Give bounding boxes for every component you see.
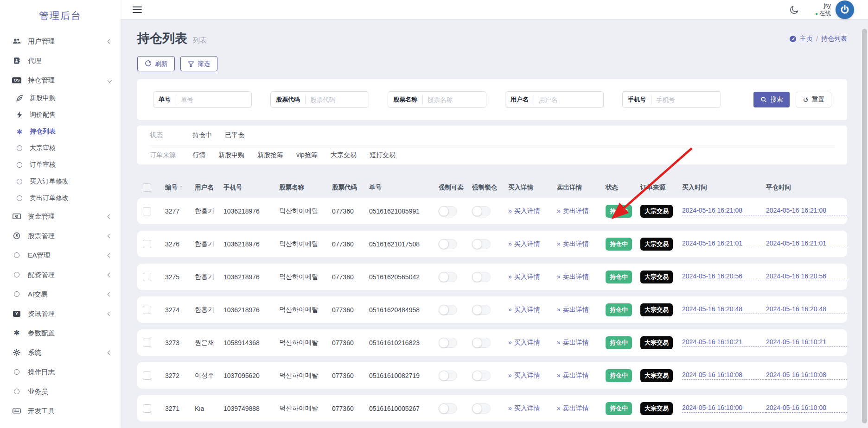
- quick-option-短打交易[interactable]: 短打交易: [370, 151, 396, 159]
- breadcrumb-home[interactable]: 主页: [800, 35, 813, 43]
- force-sell-toggle[interactable]: [439, 206, 457, 216]
- force-lock-toggle[interactable]: [472, 239, 491, 249]
- quick-option-新股抢筹[interactable]: 新股抢筹: [257, 151, 283, 159]
- cell-close-time[interactable]: 2024-05-16 16:10:21: [766, 338, 847, 347]
- force-sell-toggle[interactable]: [439, 305, 457, 315]
- sell-detail-link[interactable]: »卖出详情: [557, 306, 606, 314]
- buy-detail-link[interactable]: »买入详情: [508, 240, 557, 248]
- force-lock-toggle[interactable]: [472, 305, 491, 315]
- force-lock-toggle[interactable]: [472, 206, 491, 216]
- sidebar-item-系统[interactable]: 系统: [0, 343, 121, 362]
- force-sell-toggle[interactable]: [439, 239, 457, 249]
- sidebar-item-开发工具[interactable]: 开发工具: [0, 401, 121, 421]
- filter-input-手机号[interactable]: [651, 92, 721, 107]
- sidebar-item-新股申购[interactable]: 新股申购: [0, 90, 121, 107]
- sidebar-item-资讯管理[interactable]: Y资讯管理: [0, 304, 121, 323]
- sidebar-item-卖出订单修改[interactable]: 卖出订单修改: [0, 190, 121, 207]
- quick-option-vip抢筹[interactable]: vip抢筹: [296, 151, 318, 159]
- buy-detail-link[interactable]: »买入详情: [508, 306, 557, 314]
- sidebar-item-询价配售[interactable]: 询价配售: [0, 107, 121, 123]
- search-button[interactable]: 搜索: [753, 92, 790, 107]
- sidebar-item-参数配置[interactable]: ✱参数配置: [0, 323, 121, 343]
- sidebar-item-AI交易[interactable]: AI交易: [0, 284, 121, 304]
- cell-buy-time[interactable]: 2024-05-16 16:21:01: [682, 239, 766, 248]
- sidebar-item-配资管理[interactable]: 配资管理: [0, 265, 121, 284]
- row-checkbox[interactable]: [143, 273, 151, 281]
- filter-input-用户名[interactable]: [534, 92, 603, 107]
- force-lock-toggle[interactable]: [472, 338, 491, 348]
- sidebar-item-股票管理[interactable]: 5股票管理: [0, 226, 121, 245]
- refresh-button[interactable]: 刷新: [137, 56, 175, 71]
- cell-buy-time[interactable]: 2024-05-16 16:10:00: [682, 404, 766, 413]
- buy-detail-link[interactable]: »买入详情: [508, 207, 557, 215]
- force-sell-toggle[interactable]: [439, 403, 457, 414]
- row-checkbox[interactable]: [143, 371, 151, 380]
- sell-detail-link[interactable]: »卖出详情: [557, 371, 606, 380]
- filter-button[interactable]: 筛选: [180, 56, 217, 71]
- quick-option-新股申购[interactable]: 新股申购: [218, 151, 244, 159]
- column-header-股票名称[interactable]: 股票名称: [279, 183, 332, 192]
- row-checkbox[interactable]: [143, 339, 151, 347]
- column-header-状态[interactable]: 状态: [606, 183, 640, 192]
- force-lock-toggle[interactable]: [472, 272, 491, 282]
- sidebar-item-持仓列表[interactable]: ✱持仓列表: [0, 123, 121, 140]
- sell-detail-link[interactable]: »卖出详情: [557, 207, 606, 215]
- quick-option-行情[interactable]: 行情: [192, 151, 205, 159]
- sidebar-item-买入订单修改[interactable]: 买入订单修改: [0, 173, 121, 190]
- column-header-编号[interactable]: 编号↑: [165, 183, 195, 192]
- filter-input-单号[interactable]: [176, 92, 251, 107]
- column-header-订单来源[interactable]: 订单来源: [640, 183, 682, 192]
- reset-button[interactable]: ↺ 重置: [796, 92, 831, 107]
- sidebar-item-EA管理[interactable]: EA管理: [0, 245, 121, 265]
- moon-icon[interactable]: [789, 5, 799, 15]
- sell-detail-link[interactable]: »卖出详情: [557, 404, 606, 413]
- column-header-手机号[interactable]: 手机号: [223, 183, 279, 192]
- force-sell-toggle[interactable]: [439, 371, 457, 381]
- sell-detail-link[interactable]: »卖出详情: [557, 273, 606, 281]
- cell-buy-time[interactable]: 2024-05-16 16:21:08: [682, 207, 766, 215]
- sidebar-item-持仓管理[interactable]: OS持仓管理: [0, 70, 121, 90]
- force-lock-toggle[interactable]: [472, 403, 491, 414]
- cell-close-time[interactable]: 2024-05-16 16:10:00: [766, 404, 847, 413]
- sell-detail-link[interactable]: »卖出详情: [557, 339, 606, 347]
- breadcrumb-current[interactable]: 持仓列表: [821, 35, 847, 43]
- cell-buy-time[interactable]: 2024-05-16 16:20:56: [682, 272, 766, 281]
- cell-buy-time[interactable]: 2024-05-16 16:10:21: [682, 338, 766, 347]
- force-lock-toggle[interactable]: [472, 371, 491, 381]
- column-header-用户名[interactable]: 用户名: [195, 183, 223, 192]
- row-checkbox[interactable]: [143, 404, 151, 413]
- buy-detail-link[interactable]: »买入详情: [508, 404, 557, 413]
- column-header-卖出详情[interactable]: 卖出详情: [557, 183, 606, 192]
- filter-input-股票名称[interactable]: [423, 92, 486, 107]
- cell-buy-time[interactable]: 2024-05-16 16:20:48: [682, 305, 766, 314]
- column-header-买入时间[interactable]: 买入时间: [682, 183, 766, 192]
- sidebar-item-订单审核[interactable]: 订单审核: [0, 157, 121, 173]
- sidebar-item-业务员[interactable]: 业务员: [0, 382, 121, 401]
- row-checkbox[interactable]: [143, 207, 151, 215]
- power-avatar-icon[interactable]: [836, 0, 854, 19]
- buy-detail-link[interactable]: »买入详情: [508, 371, 557, 380]
- column-header-强制可卖[interactable]: 强制可卖: [439, 183, 472, 192]
- cell-close-time[interactable]: 2024-05-16 16:10:08: [766, 371, 847, 380]
- force-sell-toggle[interactable]: [439, 272, 457, 282]
- column-header-买入详情[interactable]: 买入详情: [508, 183, 557, 192]
- column-header-股票代码[interactable]: 股票代码: [332, 183, 369, 192]
- sidebar-item-代理[interactable]: 代理: [0, 51, 121, 70]
- row-checkbox[interactable]: [143, 240, 151, 248]
- sidebar-item-用户管理[interactable]: 用户管理: [0, 31, 121, 51]
- select-all-checkbox[interactable]: [143, 183, 151, 192]
- column-header-平仓时间[interactable]: 平仓时间: [766, 183, 847, 192]
- force-sell-toggle[interactable]: [439, 338, 457, 348]
- quick-option-已平仓[interactable]: 已平仓: [225, 131, 244, 139]
- buy-detail-link[interactable]: »买入详情: [508, 273, 557, 281]
- cell-close-time[interactable]: 2024-05-16 16:21:01: [766, 239, 847, 248]
- sell-detail-link[interactable]: »卖出详情: [557, 240, 606, 248]
- row-checkbox[interactable]: [143, 306, 151, 314]
- column-header-强制锁仓[interactable]: 强制锁仓: [472, 183, 508, 192]
- quick-option-持仓中[interactable]: 持仓中: [192, 131, 212, 139]
- sidebar-item-大宗审核[interactable]: 大宗审核: [0, 140, 121, 157]
- sidebar-item-资金管理[interactable]: 资金管理: [0, 207, 121, 226]
- column-header-单号[interactable]: 单号: [369, 183, 439, 192]
- quick-option-大宗交易[interactable]: 大宗交易: [331, 151, 357, 159]
- cell-close-time[interactable]: 2024-05-16 16:20:56: [766, 272, 847, 281]
